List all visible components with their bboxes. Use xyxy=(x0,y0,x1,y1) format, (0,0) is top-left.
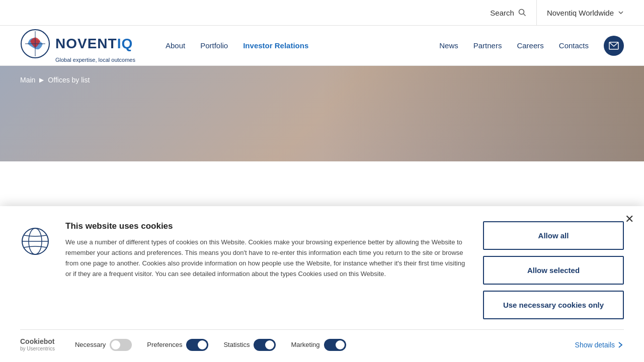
logo-icon xyxy=(20,29,50,59)
nav-about[interactable]: About xyxy=(166,41,185,50)
nav-investor-relations[interactable]: Investor Relations xyxy=(243,41,308,50)
logo-tagline: Global expertise, local outcomes xyxy=(55,57,135,63)
breadcrumb: Main ▶ Offices by list xyxy=(20,76,90,84)
search-icon xyxy=(518,9,526,17)
nav-links: About Portfolio Investor Relations xyxy=(166,41,439,50)
hero-section: Main ▶ Offices by list xyxy=(0,66,644,161)
email-icon xyxy=(609,42,619,50)
top-bar: Search Noventiq Worldwide xyxy=(0,0,644,26)
logo-name: NOVENTIQ xyxy=(55,36,133,52)
nav-news[interactable]: News xyxy=(439,41,458,50)
hero-image xyxy=(322,66,644,161)
logo[interactable]: NOVENTIQ Global expertise, local outcome… xyxy=(20,29,135,63)
nav-contacts[interactable]: Contacts xyxy=(559,41,589,50)
nav-careers[interactable]: Careers xyxy=(517,41,543,50)
main-nav: NOVENTIQ Global expertise, local outcome… xyxy=(0,26,644,66)
breadcrumb-main[interactable]: Main xyxy=(20,76,35,84)
email-button[interactable] xyxy=(604,36,624,56)
region-label: Noventiq Worldwide xyxy=(547,9,614,17)
nav-portfolio[interactable]: Portfolio xyxy=(200,41,228,50)
region-selector[interactable]: Noventiq Worldwide xyxy=(537,0,634,25)
chevron-down-icon xyxy=(618,10,624,16)
nav-partners[interactable]: Partners xyxy=(473,41,502,50)
search-label: Search xyxy=(490,9,514,17)
breadcrumb-current: Offices by list xyxy=(48,76,90,84)
breadcrumb-separator: ▶ xyxy=(39,76,44,83)
nav-right: News Partners Careers Contacts xyxy=(439,36,624,56)
search-button[interactable]: Search xyxy=(480,0,537,25)
svg-line-1 xyxy=(523,14,525,16)
svg-point-0 xyxy=(519,10,524,15)
